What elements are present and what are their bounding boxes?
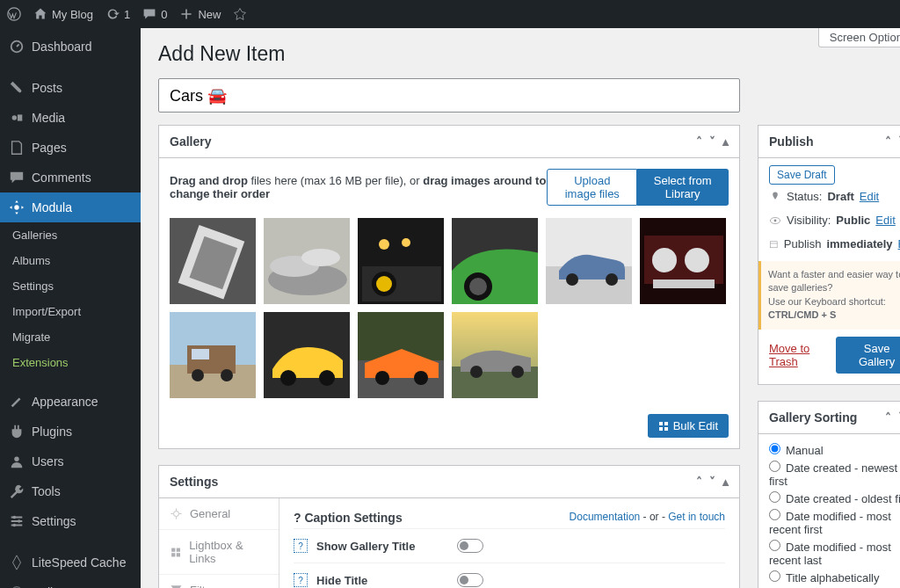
submenu-galleries[interactable]: Galleries (0, 222, 141, 248)
gallery-thumb[interactable] (546, 218, 632, 304)
sidebar-item-users[interactable]: Users (0, 446, 141, 476)
sort-option[interactable]: Date modified - most recent first (769, 507, 900, 538)
move-to-trash-link[interactable]: Move to Trash (769, 342, 836, 368)
gallery-thumb[interactable] (170, 218, 256, 304)
sort-option[interactable]: Date created - oldest first (769, 490, 900, 507)
svg-rect-54 (177, 548, 180, 551)
caret-up-icon[interactable]: ▴ (722, 134, 729, 149)
save-gallery-button[interactable]: Save Gallery (836, 337, 900, 374)
svg-point-46 (375, 371, 389, 385)
svg-point-29 (606, 273, 618, 286)
svg-rect-34 (653, 279, 715, 288)
tab-filters[interactable]: Filters (159, 575, 279, 588)
wp-logo[interactable] (7, 7, 21, 21)
svg-point-39 (192, 369, 204, 381)
sidebar-item-appearance[interactable]: Appearance (0, 387, 141, 417)
sidebar-item-media[interactable]: Media (0, 103, 141, 133)
item-title-input[interactable] (158, 78, 740, 113)
svg-point-2 (18, 90, 22, 93)
submenu-migrate[interactable]: Migrate (0, 324, 141, 350)
sorting-box: Gallery Sorting ˄˅▴ Manual Date created … (758, 401, 900, 588)
sidebar-item-settings[interactable]: Settings (0, 506, 141, 536)
gallery-thumb[interactable] (358, 312, 444, 398)
main-content: Screen Options ▾ Add New Item Gallery ˄ … (141, 28, 900, 588)
bulk-edit-button[interactable]: Bulk Edit (648, 414, 729, 438)
chevron-up-icon[interactable]: ˄ (885, 410, 891, 425)
tab-lightbox[interactable]: Lightbox & Links (159, 530, 279, 575)
svg-point-16 (301, 249, 340, 266)
updates-link[interactable]: 1 (105, 7, 130, 21)
chevron-down-icon[interactable]: ˅ (709, 475, 715, 489)
svg-point-43 (319, 370, 335, 386)
gallery-thumb[interactable] (358, 218, 444, 304)
sort-option[interactable]: Title alphabetically (769, 569, 900, 586)
sidebar-item-tools[interactable]: Tools (0, 476, 141, 506)
site-link[interactable]: My Blog (33, 7, 93, 21)
chevron-up-icon[interactable]: ˄ (885, 134, 891, 149)
sidebar-item-comments[interactable]: Comments (0, 163, 141, 192)
sidebar-item-dashboard[interactable]: Dashboard (0, 32, 141, 62)
new-link[interactable]: New (179, 7, 221, 21)
edit-visibility-link[interactable]: Edit (875, 214, 895, 227)
get-in-touch-link[interactable]: Get in touch (668, 511, 725, 523)
svg-point-32 (652, 248, 677, 272)
submenu-settings[interactable]: Settings (0, 273, 141, 299)
sidebar-item-pages[interactable]: Pages (0, 133, 141, 163)
svg-point-42 (280, 370, 296, 386)
gallery-thumb[interactable] (264, 218, 350, 304)
sort-option[interactable]: Manual (769, 441, 900, 459)
select-library-button[interactable]: Select from Library (637, 169, 729, 206)
svg-point-40 (221, 369, 233, 381)
svg-rect-56 (177, 553, 180, 556)
submenu-albums[interactable]: Albums (0, 248, 141, 273)
svg-point-18 (379, 239, 389, 250)
show-title-label: Show Gallery Title (316, 540, 448, 553)
settings-box: Settings ˄ ˅ ▴ General Lightbox & Links … (158, 465, 740, 588)
help-icon[interactable]: ? (294, 539, 308, 553)
sidebar-item-collapse[interactable]: Collapse menu (0, 577, 141, 588)
save-draft-button[interactable]: Save Draft (769, 165, 835, 185)
sidebar-item-posts[interactable]: Posts (0, 73, 141, 103)
svg-point-47 (414, 371, 428, 385)
help-icon[interactable]: ? (294, 573, 308, 587)
documentation-link[interactable]: Documentation (570, 511, 641, 523)
caret-up-icon[interactable]: ▴ (722, 475, 729, 489)
calendar-icon (769, 238, 779, 250)
sidebar-item-litespeed[interactable]: LiteSpeed Cache (0, 548, 141, 577)
svg-point-51 (512, 366, 524, 378)
submenu-extensions[interactable]: Extensions (0, 350, 141, 375)
help-icon[interactable]: ? (294, 511, 301, 525)
tab-general[interactable]: General (159, 498, 279, 530)
svg-point-4 (14, 205, 18, 209)
sidebar-item-modula[interactable]: Modula (0, 192, 141, 222)
gallery-thumb[interactable] (170, 312, 256, 398)
site-name: My Blog (52, 8, 93, 21)
sort-option[interactable]: Date created - newest first (769, 459, 900, 490)
screen-options-toggle[interactable]: Screen Options ▾ (818, 28, 900, 47)
sort-option[interactable]: Date modified - most recent last (769, 538, 900, 569)
caption-settings-heading: Caption Settings (304, 511, 402, 525)
sidebar-item-plugins[interactable]: Plugins (0, 417, 141, 446)
settings-tabs: General Lightbox & Links Filters Caption… (159, 498, 279, 588)
svg-point-28 (566, 273, 578, 286)
gallery-thumb[interactable] (264, 312, 350, 398)
submenu-import-export[interactable]: Import/Export (0, 299, 141, 324)
edit-status-link[interactable]: Edit (860, 190, 879, 203)
chevron-up-icon[interactable]: ˄ (696, 475, 702, 489)
chevron-down-icon[interactable]: ˅ (709, 134, 715, 149)
pin-icon (769, 191, 781, 203)
gallery-thumb[interactable] (452, 312, 538, 398)
gallery-box: Gallery ˄ ˅ ▴ Drag and drop files here (… (158, 125, 740, 449)
upload-button[interactable]: Upload image files (547, 169, 637, 206)
gallery-thumb[interactable] (640, 218, 726, 304)
svg-point-8 (13, 524, 17, 527)
show-title-toggle[interactable] (457, 539, 483, 553)
chevron-up-icon[interactable]: ˄ (696, 134, 702, 149)
svg-rect-55 (171, 553, 175, 556)
hide-title-toggle[interactable] (457, 573, 483, 587)
svg-point-25 (469, 278, 487, 295)
svg-point-33 (685, 248, 709, 272)
gallery-thumb[interactable] (452, 218, 538, 304)
extra-icon[interactable] (233, 7, 247, 21)
comments-link[interactable]: 0 (142, 7, 167, 21)
